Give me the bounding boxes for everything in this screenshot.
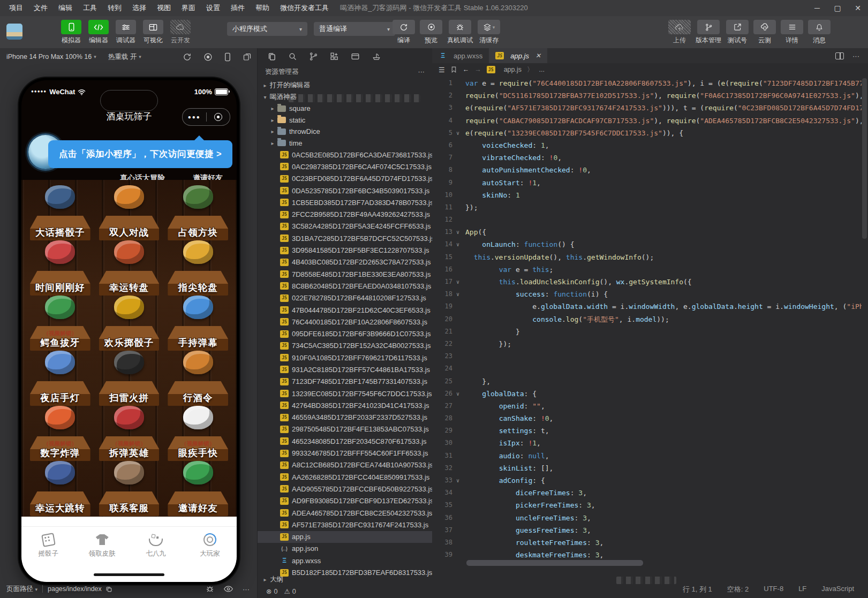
game-item[interactable]: 时间刚刚好	[26, 240, 95, 296]
file-app.json[interactable]: {..}app.json	[258, 543, 432, 555]
file-42764BD385D172BF241023D41C417533.js[interactable]: JS42764BD385D172BF241023D41C417533.js	[258, 399, 432, 411]
status-item[interactable]: JavaScript	[821, 585, 854, 594]
menu-选择[interactable]: 选择	[127, 0, 151, 16]
file-AD9FB93085D172BFCBF9D137ED627533.js[interactable]: JSAD9FB93085D172BFCBF9D137ED627533.js	[258, 495, 432, 507]
simulator-device-icon[interactable]	[224, 52, 231, 62]
game-item[interactable]: （视频解锁）拆弹英雄	[95, 406, 164, 461]
simulator-record-icon[interactable]	[203, 52, 213, 62]
more-menu-icon[interactable]: ●●●	[183, 114, 206, 120]
folder-time[interactable]: ▸time	[258, 138, 432, 149]
action-编译[interactable]: 编译	[393, 20, 415, 45]
game-item[interactable]: 幸运大跳转	[26, 461, 95, 516]
more-options-icon[interactable]: ···	[243, 585, 250, 593]
tab-close-icon[interactable]: ✕	[535, 52, 541, 59]
editor-more-icon[interactable]: ···	[852, 52, 859, 60]
game-item[interactable]: 指尖轮盘	[163, 240, 232, 296]
file-2FCC2B9585D172BF49AA439262427533.js[interactable]: JS2FCC2B9585D172BF49AA439262427533.js	[258, 208, 432, 220]
game-item[interactable]: （视频解锁）鳄鱼拔牙	[26, 296, 95, 351]
maximize-button[interactable]: ▢	[827, 0, 848, 16]
game-item[interactable]: 幸运转盘	[95, 240, 164, 296]
folder-static[interactable]: ▸static	[258, 115, 432, 126]
compile-mode-select[interactable]: 普通编译▾	[314, 22, 395, 36]
game-item[interactable]: 手持弹幕	[163, 296, 232, 351]
file-46559A3485D172BF2033F2337D527533.js[interactable]: JS46559A3485D172BF2033F2337D527533.js	[258, 412, 432, 423]
ship-icon[interactable]	[372, 52, 381, 61]
file-910F0A1085D172BFF7696217D6117533.js[interactable]: JS910F0A1085D172BFF7696217D6117533.js	[258, 352, 432, 364]
file-0AC2987385D172BF6CA4F074C5C17533.js[interactable]: JS0AC2987385D172BF6CA4F074C5C17533.js	[258, 161, 432, 172]
toggle-编辑器[interactable]: 编辑器	[87, 20, 110, 45]
search-icon[interactable]	[288, 52, 297, 61]
file-ADEA465785D172BFCB8C2E5042327533.js[interactable]: JSADEA465785D172BFCB8C2E5042327533.js	[258, 507, 432, 519]
game-item[interactable]: 夜店手灯	[26, 351, 95, 406]
close-button[interactable]: ✕	[848, 0, 868, 16]
add-miniprogram-tooltip[interactable]: 点击「添加小程序」，下次访问更便捷 >	[48, 140, 232, 168]
action-消息[interactable]: 消息	[808, 20, 831, 45]
file-0DA5235785D172BF6BC34B5039017533.js[interactable]: JS0DA5235785D172BF6BC34B5039017533.js	[258, 185, 432, 196]
file-9933246785D172BFFF554C60F1FF6533.js[interactable]: JS9933246785D172BFFF554C60F1FF6533.js	[258, 447, 432, 459]
menu-视图[interactable]: 视图	[152, 0, 176, 16]
breadcrumb-file[interactable]: app.js	[504, 66, 522, 73]
menu-插件[interactable]: 插件	[226, 0, 250, 16]
action-清缓存[interactable]: ▾清缓存	[478, 20, 500, 45]
file-3C582A4285D172BF5A3E4245FCFF6533.js[interactable]: JS3C582A4285D172BF5A3E4245FCFF6533.js	[258, 221, 432, 232]
file-022E782785D172BF644810208F127533.js[interactable]: JS022E782785D172BF644810208F127533.js	[258, 292, 432, 304]
menu-界面[interactable]: 界面	[177, 0, 200, 16]
device-select[interactable]: iPhone 14 Pro Max 100% 16▾	[6, 53, 96, 60]
mode-select[interactable]: 小程序模式▾	[227, 22, 307, 36]
horizontal-scrollbar[interactable]	[466, 560, 643, 566]
file-76C4400185D172BF10A22806F8607533.js[interactable]: JS76C4400185D172BF10A22806F8607533.js	[258, 316, 432, 328]
file-4652348085D172BF20345C870F617533.js[interactable]: JS4652348085D172BF20345C870F617533.js	[258, 435, 432, 447]
vertical-scrollbar[interactable]	[862, 78, 867, 239]
file-7123DF7485D172BF1745B77331407533.js[interactable]: JS7123DF7485D172BF1745B77331407533.js	[258, 376, 432, 388]
nav-forward-icon[interactable]: →	[474, 66, 481, 73]
folder-square[interactable]: ▸square	[258, 103, 432, 115]
file-app.wxss[interactable]: Ξapp.wxss	[258, 555, 432, 566]
file-app.js[interactable]: JSapp.js	[258, 531, 432, 543]
toggle-云开发[interactable]: 云开发	[169, 20, 192, 45]
tabbar-七八九[interactable]: 七八九	[129, 533, 183, 558]
outline-list-icon[interactable]: ☰	[439, 66, 445, 74]
action-上传[interactable]: 上传	[668, 20, 691, 45]
status-item[interactable]: UTF-8	[764, 585, 783, 594]
split-editor-icon[interactable]	[835, 52, 844, 59]
file-3D1BA7C285D172BF5B7DCFC52C507533.js[interactable]: JS3D1BA7C285D172BF5B7DCFC52C507533.js	[258, 232, 432, 244]
menu-帮助[interactable]: 帮助	[251, 0, 274, 16]
tabbar-摇骰子[interactable]: 摇骰子	[21, 533, 76, 558]
game-item[interactable]: 扫雷火拼	[95, 351, 164, 406]
nav-back-icon[interactable]: ←	[463, 66, 470, 73]
problems-status[interactable]: ⊗0 ⚠0	[266, 587, 296, 595]
minimize-button[interactable]: ─	[807, 0, 827, 16]
game-item[interactable]: （视频解锁）眼疾手快	[163, 406, 232, 461]
status-item[interactable]: 行 1, 列 1	[683, 585, 712, 594]
git-branch-icon[interactable]	[309, 52, 318, 61]
game-item[interactable]: 大话摇骰子	[26, 185, 95, 240]
bookmark-icon[interactable]	[450, 66, 457, 73]
file-931A2C8185D172BFF57C44861BA17533.js[interactable]: JS931A2C8185D172BFF57C44861BA17533.js	[258, 364, 432, 375]
toggle-调试器[interactable]: 调试器	[115, 20, 137, 45]
file-47B0444785D172BF21D62C40C3EF6533.js[interactable]: JS47B0444785D172BF21D62C40C3EF6533.js	[258, 304, 432, 316]
file-AA26268285D172BFCC404E8509917533.js[interactable]: JSAA26268285D172BFCC404E8509917533.js	[258, 471, 432, 483]
menu-设置[interactable]: 设置	[201, 0, 225, 16]
game-item[interactable]: 占领方块	[163, 185, 232, 240]
file-7D8558E485D172BF1BE330E3EA807533.js[interactable]: JS7D8558E485D172BF1BE330E3EA807533.js	[258, 268, 432, 280]
file-4B403BC085D172BF2D2653C78A727533.js[interactable]: JS4B403BC085D172BF2D2653C78A727533.js	[258, 256, 432, 268]
menu-微信开发者工具[interactable]: 微信开发者工具	[275, 0, 334, 16]
editor-tab-app.js[interactable]: JSapp.js✕	[489, 48, 547, 63]
game-item[interactable]: 欢乐掷骰子	[95, 296, 164, 351]
tabbar-领取皮肤[interactable]: 领取皮肤	[76, 533, 130, 558]
file-3D95841585D172BF5BF3EC1228707533.js[interactable]: JS3D95841585D172BF5BF3EC1228707533.js	[258, 244, 432, 256]
file-095DFE6185D172BF6F3B9666D1C07533.js[interactable]: JS095DFE6185D172BF6F3B9666D1C07533.js	[258, 328, 432, 339]
game-item[interactable]: （视频解锁）数字炸弹	[26, 406, 95, 461]
game-item[interactable]: 行酒令	[163, 351, 232, 406]
menu-文件[interactable]: 文件	[29, 0, 52, 16]
folder-throwDice[interactable]: ▸throwDice	[258, 126, 432, 138]
menu-转到[interactable]: 转到	[103, 0, 126, 16]
menu-编辑[interactable]: 编辑	[54, 0, 77, 16]
hot-reload-toggle[interactable]: 热重载 开▾	[108, 52, 141, 62]
menu-工具[interactable]: 工具	[78, 0, 102, 16]
toggle-可视化[interactable]: 可视化	[142, 20, 164, 45]
file-AF571E7385D172BFC9317674F2417533.js[interactable]: JSAF571E7385D172BFC9317674F2417533.js	[258, 519, 432, 531]
simulator-multi-device-icon[interactable]	[243, 52, 252, 61]
game-item[interactable]: 联系客服	[95, 461, 164, 516]
action-预览[interactable]: 预览	[420, 20, 442, 45]
